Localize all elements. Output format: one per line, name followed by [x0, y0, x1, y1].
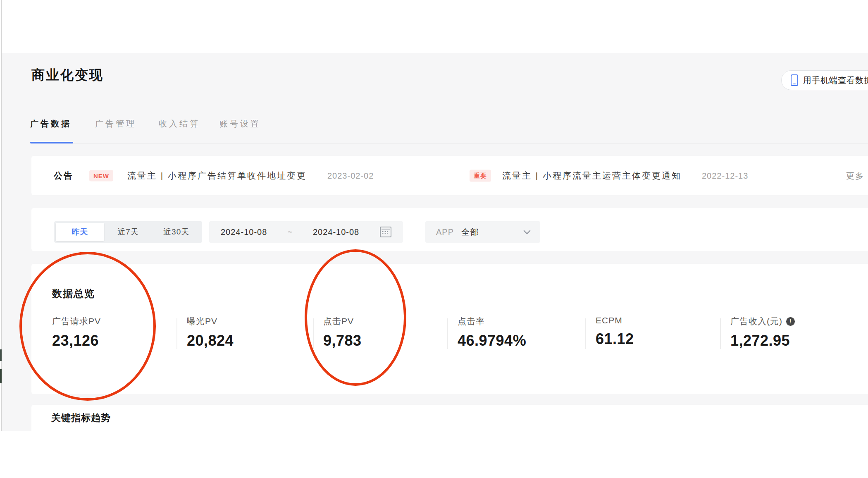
range-yesterday-button[interactable]: 昨天	[56, 223, 104, 241]
app-select[interactable]: APP 全部	[425, 221, 540, 243]
tab-ad-data[interactable]: 广告数据	[30, 118, 72, 129]
announcement-bar: 公告 NEW 流量主 | 小程序广告结算单收件地址变更 2023-02-02 重…	[31, 156, 868, 195]
app-select-value: 全部	[461, 227, 479, 238]
range-30days-button[interactable]: 近30天	[152, 223, 200, 241]
page-title: 商业化变现	[31, 66, 104, 84]
phone-icon	[791, 74, 798, 86]
calendar-icon[interactable]	[380, 227, 391, 237]
metric-divider	[720, 318, 721, 349]
badge-important: 重要	[470, 170, 491, 182]
edge-artifact	[0, 369, 2, 383]
metric-value: 46.9794%	[458, 332, 582, 349]
page: 商业化变现 用手机端查看数据 广告数据 广告管理 收入结算 账号设置 公告 NE…	[0, 0, 868, 478]
edge-artifact	[0, 349, 2, 361]
metric-click-pv: 点击PV 9,783	[323, 315, 447, 349]
metric-divider	[447, 318, 448, 349]
metric-label: 曝光PV	[187, 315, 311, 327]
metric-divider	[585, 318, 586, 349]
range-7days-button[interactable]: 近7天	[104, 223, 153, 241]
metric-label: ECPM	[596, 315, 720, 325]
announcement-link[interactable]: 流量主 | 小程序流量主运营主体变更通知	[502, 170, 682, 182]
trend-section-title: 关键指标趋势	[51, 411, 111, 424]
tab-account-set[interactable]: 账号设置	[219, 118, 261, 129]
metric-ad-request-pv: 广告请求PV 23,126	[52, 315, 176, 349]
metric-value: 20,824	[187, 332, 311, 349]
data-overview-card: 数据总览 广告请求PV 23,126 曝光PV 20,824 点击PV 9,78…	[31, 264, 868, 394]
metric-ad-revenue: 广告收入(元) 1,272.95	[730, 315, 854, 349]
date-range-separator: ~	[288, 227, 292, 237]
metric-divider	[313, 318, 314, 349]
date-start-value[interactable]: 2024-10-08	[221, 227, 267, 237]
announcement-date: 2023-02-02	[327, 171, 374, 180]
badge-new: NEW	[89, 170, 113, 181]
announcement-title: 公告	[54, 170, 74, 182]
key-metric-trend-card: 关键指标趋势	[31, 405, 868, 478]
overview-section-title: 数据总览	[52, 287, 95, 300]
announcement-more-link[interactable]: 更多	[846, 170, 864, 181]
metric-label: 广告收入(元)	[730, 315, 782, 327]
metric-divider	[176, 318, 177, 349]
tab-income-settle[interactable]: 收入结算	[159, 118, 200, 129]
view-on-phone-label: 用手机端查看数据	[803, 75, 868, 86]
date-range-input[interactable]: 2024-10-08 ~ 2024-10-08	[209, 221, 403, 243]
window-left-border	[1, 0, 2, 431]
metric-click-rate: 点击率 46.9794%	[458, 315, 582, 349]
app-select-label: APP	[436, 227, 454, 237]
metric-label: 点击率	[458, 315, 582, 327]
metric-value: 61.12	[596, 330, 720, 348]
metric-exposure-pv: 曝光PV 20,824	[187, 315, 311, 349]
metric-value: 9,783	[323, 332, 447, 349]
announcement-link[interactable]: 流量主 | 小程序广告结算单收件地址变更	[127, 170, 307, 182]
metric-value: 1,272.95	[730, 332, 854, 349]
metric-label: 广告请求PV	[52, 315, 176, 327]
tab-ad-manage[interactable]: 广告管理	[95, 118, 136, 129]
filter-bar: 昨天 近7天 近30天 2024-10-08 ~ 2024-10-08 APP …	[31, 208, 868, 251]
view-on-phone-button[interactable]: 用手机端查看数据	[781, 70, 868, 90]
metric-label: 点击PV	[323, 315, 447, 327]
metric-ecpm: ECPM 61.12	[596, 315, 720, 348]
chevron-down-icon	[524, 227, 531, 234]
active-tab-underline	[30, 142, 73, 143]
metric-value: 23,126	[52, 332, 176, 349]
date-end-value[interactable]: 2024-10-08	[313, 227, 359, 237]
date-quick-range-segmented: 昨天 近7天 近30天	[54, 221, 202, 243]
info-icon[interactable]	[786, 317, 795, 326]
tabs-divider	[30, 143, 868, 143]
announcement-date: 2022-12-13	[702, 171, 748, 180]
